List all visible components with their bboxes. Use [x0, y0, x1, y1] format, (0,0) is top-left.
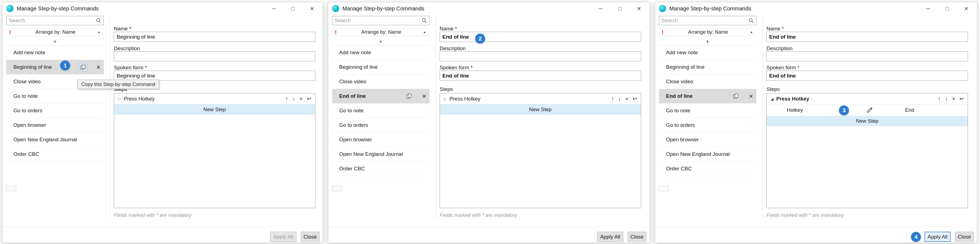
- list-item[interactable]: Go to note: [332, 104, 430, 118]
- description-input[interactable]: [440, 51, 641, 61]
- sidebar-scroll-box[interactable]: [659, 186, 669, 191]
- add-command-button[interactable]: +: [659, 38, 756, 45]
- list-item[interactable]: Open New England Journal: [659, 147, 756, 161]
- list-item[interactable]: Open browser: [6, 118, 104, 132]
- arrange-by-bar[interactable]: ! Arrange by: Name ▲: [659, 28, 756, 36]
- close-dialog-button[interactable]: Close: [955, 232, 974, 242]
- list-item[interactable]: Open browser: [659, 132, 756, 147]
- list-item[interactable]: Add new note: [6, 45, 104, 60]
- search-box: [6, 16, 104, 25]
- undo-step-icon[interactable]: ↩: [633, 96, 637, 101]
- move-down-icon[interactable]: ↓: [618, 96, 621, 101]
- delete-step-icon[interactable]: ×: [299, 96, 302, 101]
- steps-label: Steps: [767, 86, 780, 92]
- list-item[interactable]: Order CBC: [659, 161, 756, 176]
- delete-step-icon[interactable]: ×: [952, 96, 955, 101]
- expander-collapsed-icon[interactable]: ▷: [118, 97, 121, 101]
- step-press-hotkey[interactable]: ▷ Press Hotkey ↑ ↓ × ↩: [440, 93, 641, 104]
- search-input[interactable]: [9, 18, 96, 24]
- spoken-form-label: Spoken form *: [440, 65, 473, 71]
- description-label: Description: [767, 45, 792, 51]
- step-press-hotkey[interactable]: ◢ Press Hotkey ↑ ↓ × ↩: [767, 93, 968, 104]
- list-item-selected[interactable]: Beginning of line ×: [6, 60, 104, 75]
- search-icon: [96, 18, 101, 23]
- list-item-label: Add new note: [666, 49, 698, 56]
- arrange-label: Arrange by: Name: [666, 29, 750, 35]
- apply-all-button[interactable]: Apply All: [597, 232, 623, 242]
- steps-box: ▷ Press Hotkey ↑ ↓ × ↩ New Step: [440, 93, 641, 208]
- list-item[interactable]: Beginning of line: [659, 60, 756, 75]
- spoken-form-input[interactable]: [114, 71, 315, 81]
- sidebar-scroll-box[interactable]: [332, 186, 342, 191]
- list-item[interactable]: Go to orders: [659, 118, 756, 132]
- list-item[interactable]: Go to orders: [6, 104, 104, 118]
- list-item[interactable]: Go to note: [6, 89, 104, 104]
- spoken-form-input[interactable]: [767, 71, 968, 81]
- list-item[interactable]: Close video: [659, 75, 756, 89]
- list-item[interactable]: Open New England Journal: [6, 132, 104, 147]
- close-dialog-button[interactable]: Close: [628, 232, 646, 242]
- delete-command-icon[interactable]: ×: [96, 64, 100, 71]
- apply-all-button[interactable]: Apply All: [924, 232, 951, 242]
- spoken-form-input[interactable]: [440, 71, 641, 81]
- new-step-button[interactable]: New Step: [440, 104, 641, 115]
- copy-command-icon[interactable]: [79, 63, 87, 71]
- apply-all-button[interactable]: Apply All: [270, 232, 296, 242]
- delete-command-icon[interactable]: ×: [749, 92, 753, 100]
- copy-command-icon[interactable]: [732, 92, 740, 100]
- description-input[interactable]: [114, 51, 315, 61]
- step-press-hotkey[interactable]: ▷ Press Hotkey ↑ ↓ × ↩: [114, 93, 315, 104]
- delete-step-icon[interactable]: ×: [625, 96, 628, 101]
- list-item[interactable]: Order CBC: [6, 147, 104, 161]
- copy-command-icon[interactable]: [405, 92, 413, 100]
- callout-badge-4: 4: [911, 232, 921, 242]
- new-step-button[interactable]: New Step: [114, 104, 315, 115]
- list-item[interactable]: Go to note: [659, 104, 756, 118]
- list-item[interactable]: Order CBC: [332, 161, 430, 176]
- list-item[interactable]: Add new note: [332, 45, 430, 60]
- list-item-label: Open browser: [666, 137, 698, 143]
- hotkey-row[interactable]: Hotkey End: [767, 104, 968, 116]
- name-input[interactable]: [767, 32, 968, 42]
- arrange-by-bar[interactable]: ! Arrange by: Name ▲: [6, 28, 104, 36]
- search-input[interactable]: [661, 18, 748, 24]
- arrange-by-bar[interactable]: ! Arrange by: Name ▲: [332, 28, 430, 36]
- list-item[interactable]: Open New England Journal: [332, 147, 430, 161]
- name-input[interactable]: [440, 32, 641, 42]
- name-input[interactable]: [114, 32, 315, 42]
- undo-step-icon[interactable]: ↩: [307, 96, 311, 101]
- list-item-label: Order CBC: [666, 166, 692, 172]
- delete-command-icon[interactable]: ×: [422, 92, 426, 100]
- new-step-button[interactable]: New Step: [767, 116, 968, 126]
- add-command-button[interactable]: +: [332, 38, 430, 45]
- callout-badge-1: 1: [60, 61, 70, 70]
- mandatory-note: Fields marked with * are mandatory: [767, 212, 844, 218]
- list-item-label: Go to note: [666, 108, 690, 114]
- list-item-selected[interactable]: End of line ×: [659, 89, 756, 104]
- expander-collapsed-icon[interactable]: ▷: [444, 97, 447, 101]
- move-up-icon[interactable]: ↑: [285, 96, 288, 101]
- window-title: Manage Step-by-step Commands: [17, 5, 99, 12]
- sidebar-scroll-box[interactable]: [6, 186, 16, 191]
- list-item[interactable]: Beginning of line: [332, 60, 430, 75]
- move-up-icon[interactable]: ↑: [938, 96, 941, 101]
- move-up-icon[interactable]: ↑: [611, 96, 614, 101]
- list-item[interactable]: Close video: [332, 75, 430, 89]
- list-item[interactable]: Open browser: [332, 132, 430, 147]
- description-input[interactable]: [767, 51, 968, 61]
- window-manage-commands-2: Manage Step-by-step Commands ─ □ × ! Arr…: [328, 2, 650, 243]
- step-actions: ↑ ↓ × ↩: [938, 96, 964, 101]
- list-item-label: Go to orders: [13, 108, 43, 114]
- list-item-selected[interactable]: End of line ×: [332, 89, 430, 104]
- list-item[interactable]: Add new note: [659, 45, 756, 60]
- close-dialog-button[interactable]: Close: [301, 232, 320, 242]
- edit-pencil-icon[interactable]: [866, 106, 873, 115]
- add-command-button[interactable]: +: [6, 38, 104, 45]
- search-input[interactable]: [334, 18, 422, 24]
- move-down-icon[interactable]: ↓: [292, 96, 295, 101]
- move-down-icon[interactable]: ↓: [945, 96, 948, 101]
- step-title: Press Hotkey: [776, 96, 938, 102]
- list-item[interactable]: Go to orders: [332, 118, 430, 132]
- undo-step-icon[interactable]: ↩: [959, 96, 964, 101]
- expander-expanded-icon[interactable]: ◢: [771, 97, 773, 101]
